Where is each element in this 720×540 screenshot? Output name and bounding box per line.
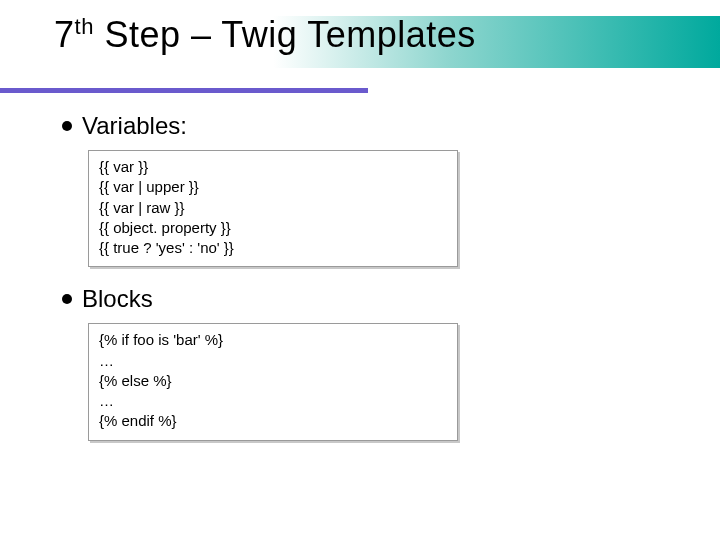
bullet-icon (62, 294, 72, 304)
code-line: {% endif %} (99, 411, 447, 431)
bullet-heading: Blocks (82, 285, 153, 313)
code-line: {{ var | upper }} (99, 177, 447, 197)
code-line: {{ var }} (99, 157, 447, 177)
title-superscript: th (75, 14, 94, 39)
bullet-heading: Variables: (82, 112, 187, 140)
title-rest: Step – Twig Templates (94, 14, 476, 55)
code-line: … (99, 351, 447, 371)
bullet-item: Variables: (62, 112, 662, 140)
accent-bar (0, 88, 368, 93)
content-area: Variables: {{ var }} {{ var | upper }} {… (62, 112, 662, 441)
title-prefix: 7 (54, 14, 75, 55)
code-line: {% else %} (99, 371, 447, 391)
code-line: {{ true ? 'yes' : 'no' }} (99, 238, 447, 258)
slide-title: 7th Step – Twig Templates (54, 14, 476, 56)
bullet-item: Blocks (62, 285, 662, 313)
bullet-icon (62, 121, 72, 131)
code-box-blocks: {% if foo is 'bar' %} … {% else %} … {% … (88, 323, 458, 440)
code-line: {% if foo is 'bar' %} (99, 330, 447, 350)
code-line: {{ var | raw }} (99, 198, 447, 218)
code-box-variables: {{ var }} {{ var | upper }} {{ var | raw… (88, 150, 458, 267)
code-line: … (99, 391, 447, 411)
code-line: {{ object. property }} (99, 218, 447, 238)
slide: 7th Step – Twig Templates Variables: {{ … (0, 0, 720, 540)
